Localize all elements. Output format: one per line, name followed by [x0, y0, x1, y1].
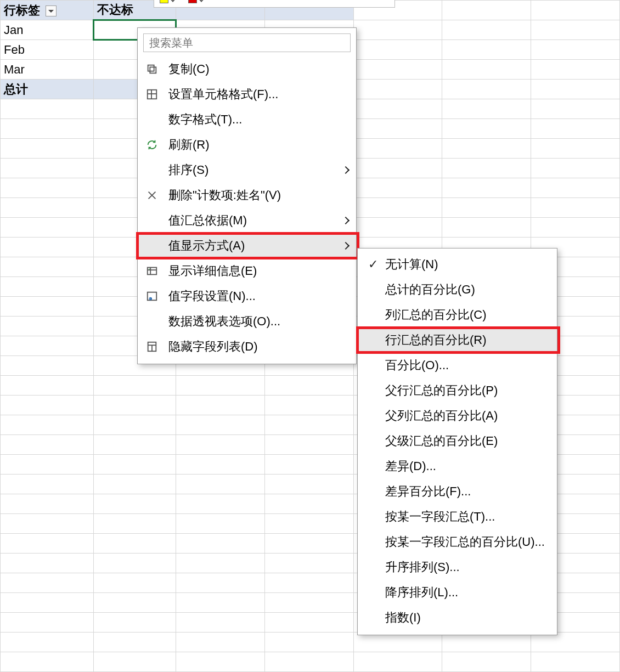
- svg-rect-11: [148, 292, 157, 301]
- submenu-pct-of-parent-total[interactable]: 父级汇总的百分比(E): [358, 428, 557, 454]
- submenu-label: 降序排列(L)...: [382, 584, 550, 601]
- submenu-label: 百分比(O)...: [382, 357, 550, 374]
- svg-rect-1: [148, 65, 154, 71]
- submenu-pct-difference[interactable]: 差异百分比(F)...: [358, 479, 557, 504]
- menu-label: 数字格式(T)...: [161, 111, 348, 128]
- menu-summarize-values[interactable]: 值汇总依据(M): [138, 208, 356, 233]
- chevron-down-icon[interactable]: [198, 0, 204, 2]
- submenu-rank-ascending[interactable]: 升序排列(S)...: [358, 555, 557, 580]
- header-row-label[interactable]: 行标签: [1, 1, 94, 20]
- show-values-as-submenu[interactable]: ✓ 无计算(N) 总计的百分比(G) 列汇总的百分比(C) 行汇总的百分比(R)…: [357, 248, 557, 635]
- format-icon: [143, 88, 161, 100]
- submenu-pct-of-column-total[interactable]: 列汇总的百分比(C): [358, 302, 557, 327]
- menu-label: 显示详细信息(E): [161, 263, 348, 279]
- row-feb[interactable]: Feb: [1, 40, 94, 60]
- submenu-index[interactable]: 指数(I): [358, 605, 557, 630]
- submenu-no-calculation[interactable]: ✓ 无计算(N): [358, 252, 557, 277]
- menu-hide-field-list[interactable]: 隐藏字段列表(D): [138, 334, 356, 359]
- font-color-swatch[interactable]: [188, 0, 197, 3]
- row-label-text: 行标签: [4, 3, 40, 17]
- menu-label: 设置单元格格式(F)...: [161, 86, 348, 103]
- row-total[interactable]: 总计: [1, 80, 94, 99]
- menu-search[interactable]: [143, 33, 351, 52]
- fill-color-swatch[interactable]: [160, 0, 168, 3]
- fieldset-icon: i: [143, 290, 161, 302]
- hidefields-icon: [143, 341, 161, 353]
- menu-show-values-as[interactable]: 值显示方式(A): [138, 233, 356, 258]
- submenu-label: 父列汇总的百分比(A): [382, 408, 550, 424]
- svg-rect-0: [150, 67, 156, 73]
- submenu-label: 差异百分比(F)...: [382, 483, 550, 500]
- submenu-rank-descending[interactable]: 降序排列(L)...: [358, 580, 557, 605]
- submenu-label: 按某一字段汇总的百分比(U)...: [382, 534, 550, 550]
- menu-sort[interactable]: 排序(S): [138, 157, 356, 183]
- submenu-label: 父级汇总的百分比(E): [382, 433, 550, 449]
- submenu-arrow-icon: [342, 242, 350, 250]
- submenu-label: 差异(D)...: [382, 458, 550, 475]
- menu-refresh[interactable]: 刷新(R): [138, 132, 356, 157]
- submenu-pct-of-parent-column[interactable]: 父列汇总的百分比(A): [358, 403, 557, 428]
- mini-toolbar[interactable]: [154, 0, 395, 8]
- submenu-running-total[interactable]: 按某一字段汇总(T)...: [358, 504, 557, 529]
- copy-icon: [143, 63, 161, 75]
- check-icon: ✓: [364, 257, 382, 272]
- menu-label: 值显示方式(A): [161, 238, 343, 254]
- submenu-label: 升序排列(S)...: [382, 559, 550, 575]
- submenu-pct-of-grand-total[interactable]: 总计的百分比(G): [358, 277, 557, 302]
- submenu-label: 行汇总的百分比(R): [382, 332, 550, 348]
- x-icon: [143, 189, 161, 201]
- svg-text:+: +: [149, 267, 150, 270]
- menu-label: 值字段设置(N)...: [161, 288, 348, 304]
- submenu-label: 按某一字段汇总(T)...: [382, 509, 550, 525]
- submenu-pct-of-parent-row[interactable]: 父行汇总的百分比(P): [358, 378, 557, 403]
- search-input[interactable]: [143, 33, 351, 52]
- row-label-dropdown[interactable]: [46, 5, 57, 16]
- submenu-pct-running-total[interactable]: 按某一字段汇总的百分比(U)...: [358, 529, 557, 555]
- submenu-label: 列汇总的百分比(C): [382, 307, 550, 323]
- menu-number-format[interactable]: 数字格式(T)...: [138, 107, 356, 132]
- chevron-down-icon[interactable]: [170, 0, 176, 2]
- submenu-label: 父行汇总的百分比(P): [382, 382, 550, 399]
- menu-label: 隐藏字段列表(D): [161, 338, 348, 355]
- submenu-arrow-icon: [342, 166, 350, 174]
- refresh-icon: [143, 139, 161, 151]
- menu-delete-field[interactable]: 删除"计数项:姓名"(V): [138, 183, 356, 208]
- menu-label: 复制(C): [161, 61, 348, 77]
- submenu-pct-of-row-total[interactable]: 行汇总的百分比(R): [358, 327, 557, 353]
- menu-pivot-options[interactable]: 数据透视表选项(O)...: [138, 309, 356, 334]
- menu-label: 刷新(R): [161, 137, 348, 153]
- details-icon: +: [143, 265, 161, 277]
- row-mar[interactable]: Mar: [1, 60, 94, 80]
- submenu-label: 指数(I): [382, 609, 550, 626]
- submenu-pct-of[interactable]: 百分比(O)...: [358, 353, 557, 378]
- menu-label: 排序(S): [161, 162, 343, 178]
- context-menu[interactable]: 复制(C) 设置单元格格式(F)... 数字格式(T)... 刷新(R) 排序(…: [137, 27, 357, 364]
- menu-label: 数据透视表选项(O)...: [161, 313, 348, 330]
- submenu-label: 无计算(N): [382, 256, 550, 273]
- menu-label: 值汇总依据(M): [161, 212, 343, 229]
- svg-text:i: i: [149, 297, 150, 300]
- submenu-label: 总计的百分比(G): [382, 281, 550, 298]
- menu-format-cells[interactable]: 设置单元格格式(F)...: [138, 82, 356, 107]
- submenu-difference[interactable]: 差异(D)...: [358, 454, 557, 479]
- menu-field-settings[interactable]: i 值字段设置(N)...: [138, 284, 356, 309]
- row-jan[interactable]: Jan: [1, 20, 94, 40]
- menu-copy[interactable]: 复制(C): [138, 57, 356, 82]
- menu-show-details[interactable]: + 显示详细信息(E): [138, 258, 356, 284]
- submenu-arrow-icon: [342, 217, 350, 224]
- menu-label: 删除"计数项:姓名"(V): [161, 187, 348, 204]
